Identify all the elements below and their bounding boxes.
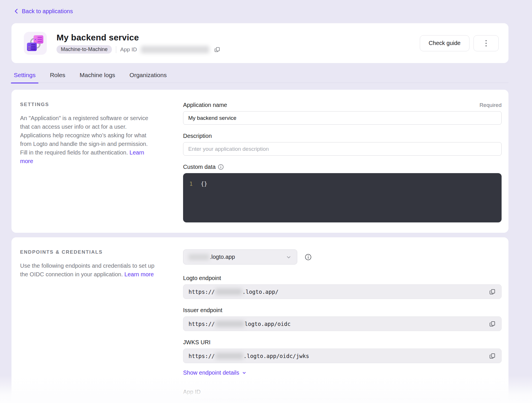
copy-icon[interactable] <box>489 352 496 360</box>
copy-icon[interactable] <box>489 320 496 328</box>
check-guide-button[interactable]: Check guide <box>420 35 469 51</box>
more-actions-button[interactable] <box>473 35 499 51</box>
endpoints-learn-more-link[interactable]: Learn more <box>125 271 154 277</box>
copy-icon[interactable] <box>489 288 496 296</box>
application-name-field: Application name Required <box>183 102 502 125</box>
required-indicator: Required <box>479 102 502 108</box>
app-id-redacted-value <box>141 46 209 53</box>
endpoints-section-heading: ENDPOINTS & CREDENTIALS <box>20 249 155 255</box>
page-title: My backend service <box>57 33 221 42</box>
editor-line-number: 1 <box>189 181 193 187</box>
domain-select[interactable]: .logto.app <box>183 249 297 265</box>
info-icon[interactable] <box>305 254 312 261</box>
issuer-endpoint-value: https:// logto.app/oidc <box>183 316 502 331</box>
jwks-uri-field: JWKS URI https:// .logto.app/oidc/jwks <box>183 339 502 363</box>
chevron-down-icon <box>286 254 292 260</box>
editor-code-content: {} <box>201 181 207 187</box>
custom-data-code-editor[interactable]: 1 {} <box>183 173 502 222</box>
issuer-endpoint-field: Issuer endpoint https:// logto.app/oidc <box>183 307 502 331</box>
tab-organizations[interactable]: Organizations <box>129 72 167 79</box>
chevron-left-icon <box>14 8 19 14</box>
app-id-field: App ID <box>183 389 502 403</box>
app-id-label: App ID <box>120 46 137 53</box>
logto-endpoint-label: Logto endpoint <box>183 275 221 281</box>
description-input[interactable] <box>183 142 502 156</box>
tab-settings[interactable]: Settings <box>14 72 36 79</box>
description-field: Description <box>183 133 502 156</box>
settings-section-card: SETTINGS An "Application" is a registere… <box>11 90 508 233</box>
settings-section-description: An "Application" is a registered softwar… <box>20 115 148 156</box>
copy-icon[interactable] <box>489 402 496 403</box>
app-id-value <box>183 398 502 403</box>
jwks-uri-label: JWKS URI <box>183 339 211 346</box>
domain-redacted-part <box>189 254 209 260</box>
custom-data-field: Custom data 1 {} <box>183 164 502 222</box>
tab-bar: Settings Roles Machine logs Organization… <box>11 72 508 83</box>
tab-roles[interactable]: Roles <box>50 72 65 79</box>
description-label: Description <box>183 133 212 139</box>
jwks-uri-value: https:// .logto.app/oidc/jwks <box>183 349 502 363</box>
issuer-endpoint-label: Issuer endpoint <box>183 307 222 314</box>
application-name-input[interactable] <box>183 111 502 125</box>
logto-endpoint-value: https:// .logto.app/ <box>183 284 502 299</box>
redacted-tenant-id <box>215 289 242 295</box>
settings-section-heading: SETTINGS <box>20 102 155 107</box>
app-id-field-label: App ID <box>183 389 201 395</box>
kebab-icon <box>486 40 487 41</box>
application-header-card: My backend service Machine-to-Machine Ap… <box>11 23 508 63</box>
endpoints-section-card: ENDPOINTS & CREDENTIALS Use the followin… <box>11 237 508 403</box>
divider <box>116 46 116 53</box>
back-to-applications-link[interactable]: Back to applications <box>11 7 508 15</box>
logto-endpoint-field: Logto endpoint https:// .logto.app/ <box>183 275 502 299</box>
app-type-badge: Machine-to-Machine <box>57 45 112 54</box>
application-name-label: Application name <box>183 102 227 108</box>
copy-icon[interactable] <box>214 46 221 53</box>
application-details-page: Back to applications <box>0 0 532 403</box>
redacted-tenant-id <box>215 353 243 359</box>
custom-data-label: Custom data <box>183 164 215 170</box>
info-icon[interactable] <box>218 164 224 170</box>
redacted-tenant-id <box>215 321 244 327</box>
tab-machine-logs[interactable]: Machine logs <box>80 72 115 79</box>
machine-to-machine-app-icon <box>24 32 47 55</box>
domain-select-value: .logto.app <box>210 254 235 260</box>
show-endpoint-details-link[interactable]: Show endpoint details <box>183 369 502 376</box>
back-link-label: Back to applications <box>22 8 73 15</box>
chevron-down-icon <box>242 371 246 375</box>
